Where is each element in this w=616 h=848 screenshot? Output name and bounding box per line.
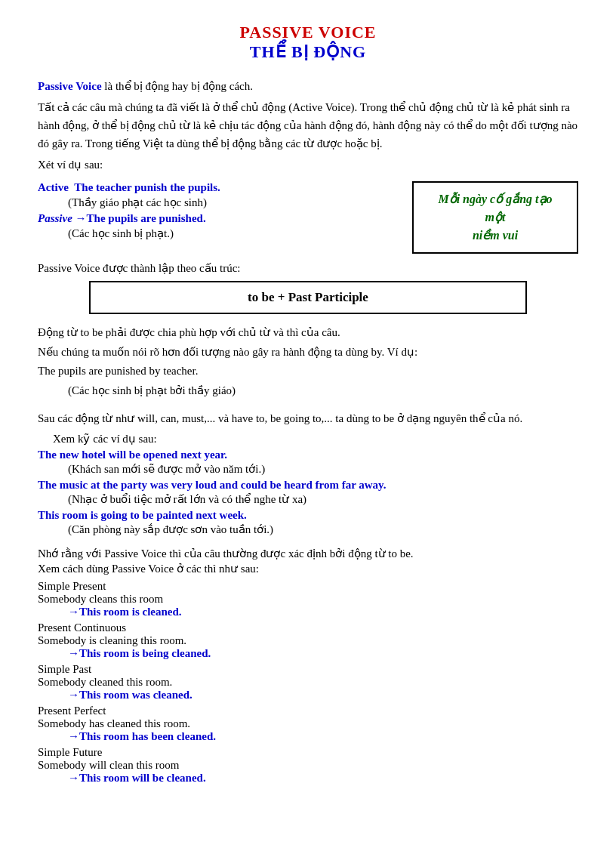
tense-simple-present-active: Somebody cleans this room (38, 593, 578, 606)
modal-example-2-translation: (Nhạc ở buổi tiệc mở rất lớn và có thể n… (68, 492, 578, 506)
example-area: Active The teacher punish the pupils. (T… (38, 181, 578, 254)
title-line1: PASSIVE VOICE (38, 23, 578, 42)
tense-present-continuous-active: Somebody is cleaning this room. (38, 634, 578, 647)
tense-present-perfect-name: Present Perfect (38, 705, 578, 717)
tense-simple-present-passive: →This room is cleaned. (68, 606, 578, 618)
tense-present-continuous-name: Present Continuous (38, 621, 578, 634)
intro-line1-rest: là thể bị động hay bị động cách. (102, 80, 253, 92)
passive-voice-label: Passive Voice (38, 80, 102, 92)
intro-section: Passive Voice là thể bị động hay bị động… (38, 77, 578, 174)
explanation-line2: Nếu chúng ta muốn nói rõ hơn đối tượng n… (38, 343, 578, 362)
tense-simple-future-active: Somebody will clean this room (38, 759, 578, 772)
modal-example-3-sentence: This room is going to be painted next we… (38, 509, 578, 522)
example-left: Active The teacher punish the pupils. (T… (38, 181, 397, 242)
explanation-section: Động từ to be phải được chia phù hợp với… (38, 323, 578, 400)
tense-list: Simple Present Somebody cleans this room… (38, 580, 578, 785)
passive-arrow: → (72, 212, 87, 224)
tense-present-perfect-active: Somebody has cleaned this room. (38, 717, 578, 730)
modal-example-1-sentence: The new hotel will be opened next year. (38, 449, 578, 461)
passive-label: Passive (38, 212, 72, 224)
modal-intro: Sau các động từ như will, can, must,... … (38, 409, 578, 427)
tense-simple-past-active: Somebody cleaned this room. (38, 676, 578, 689)
tense-simple-future-passive: →This room will be cleaned. (68, 772, 578, 785)
structure-box: to be + Past Participle (89, 281, 527, 314)
active-translation: (Thầy giáo phạt các học sinh) (68, 196, 397, 209)
intro-line3: Xét ví dụ sau: (38, 156, 578, 174)
tense-intro2: Xem cách dùng Passive Voice ở các thì nh… (38, 562, 578, 575)
structure-intro: Passive Voice được thành lập theo cấu tr… (38, 261, 578, 275)
active-sentence: The teacher punish the pupils. (74, 181, 220, 193)
modal-examples: The new hotel will be opened next year. … (38, 449, 578, 536)
explanation-line3: The pupils are punished by teacher. (38, 362, 578, 381)
explanation-line4: (Các học sinh bị phạt bởi thầy giáo) (68, 381, 578, 401)
tense-simple-past-name: Simple Past (38, 663, 578, 676)
title-line2: THỂ BỊ ĐỘNG (38, 42, 578, 62)
tense-intro1: Nhớ rằng với Passive Voice thì của câu t… (38, 547, 578, 560)
tense-section: Nhớ rằng với Passive Voice thì của câu t… (38, 547, 578, 785)
explanation-line1: Động từ to be phải được chia phù hợp với… (38, 323, 578, 343)
modal-sub-intro: Xem kỹ các ví dụ sau: (53, 432, 578, 446)
modal-section: Sau các động từ như will, can, must,... … (38, 409, 578, 536)
tense-simple-present-name: Simple Present (38, 580, 578, 593)
tense-present-continuous-passive: →This room is being cleaned. (68, 647, 578, 660)
modal-example-1-translation: (Khách san mới sẽ được mở vào năm tới.) (68, 462, 578, 476)
active-line: Active The teacher punish the pupils. (38, 181, 397, 194)
tense-simple-future-name: Simple Future (38, 746, 578, 759)
intro-line2: Tất cả các câu mà chúng ta đã viết là ở … (38, 98, 578, 153)
modal-example-3-translation: (Căn phòng này sắp được sơn vào tuần tới… (68, 523, 578, 536)
passive-sentence: The pupils are punished. (87, 212, 206, 224)
passive-translation: (Các học sinh bị phạt.) (68, 227, 397, 240)
title-area: PASSIVE VOICE THỂ BỊ ĐỘNG (38, 23, 578, 62)
tense-simple-past-passive: →This room was cleaned. (68, 689, 578, 702)
intro-line1: Passive Voice là thể bị động hay bị động… (38, 77, 578, 95)
tense-present-perfect-passive: →This room has been cleaned. (68, 730, 578, 743)
passive-line: Passive →The pupils are punished. (38, 212, 397, 225)
quote-line1: Mỗi ngày cố gắng tạo một (438, 193, 552, 224)
modal-example-2-sentence: The music at the party was very loud and… (38, 479, 578, 492)
quote-line2: niềm vui (473, 229, 518, 242)
quote-box: Mỗi ngày cố gắng tạo một niềm vui (412, 181, 578, 254)
active-label: Active (38, 181, 69, 193)
